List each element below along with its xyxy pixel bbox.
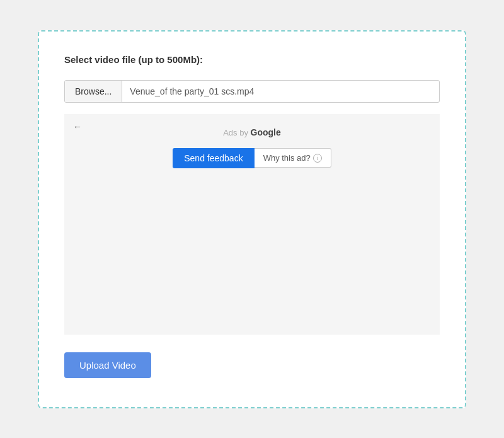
back-arrow-icon[interactable]: ←: [73, 122, 82, 132]
section-label: Select video file (up to 500Mb):: [64, 54, 440, 65]
google-label: Google: [251, 127, 281, 137]
label-end: ):: [197, 54, 203, 65]
file-name-display: Venue_of the party_01 scs.mp4: [122, 86, 439, 96]
why-this-ad-label: Why this ad?: [263, 153, 311, 163]
upload-video-button[interactable]: Upload Video: [64, 352, 151, 378]
main-container: Select video file (up to 500Mb): Browse.…: [38, 30, 466, 408]
send-feedback-button[interactable]: Send feedback: [173, 148, 254, 168]
file-input-row: Browse... Venue_of the party_01 scs.mp4: [64, 80, 440, 103]
label-start: Select video file (: [64, 54, 142, 65]
ad-container: ← Ads by Google Send feedback Why this a…: [64, 114, 440, 335]
why-this-ad-button[interactable]: Why this ad? i: [255, 148, 331, 168]
browse-button[interactable]: Browse...: [65, 81, 122, 102]
ad-buttons-row: Send feedback Why this ad? i: [77, 148, 427, 168]
ads-by-text: Ads by Google: [223, 128, 281, 137]
ads-by-google: Ads by Google: [77, 127, 427, 138]
ads-by-label: Ads by: [223, 128, 250, 137]
info-icon: i: [313, 154, 322, 163]
label-bold: up to 500Mb: [142, 54, 197, 65]
